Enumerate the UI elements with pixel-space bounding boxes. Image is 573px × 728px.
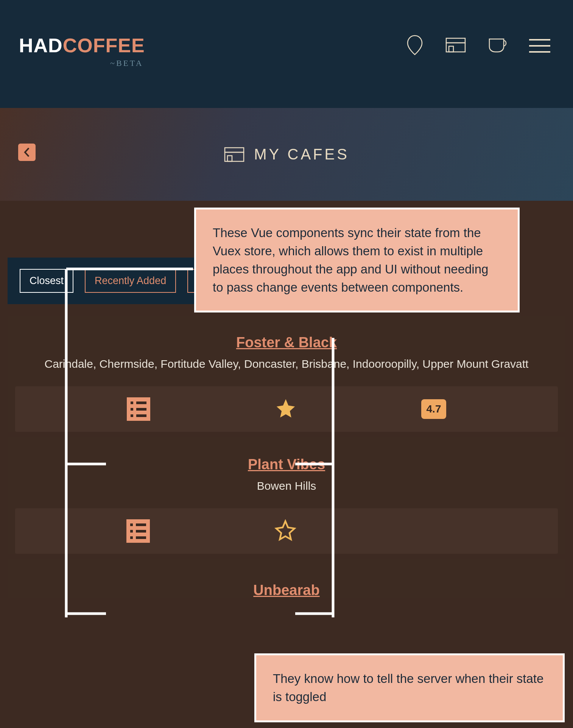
cafe-card: Plant Vibes Bowen Hills [8, 437, 565, 554]
cafe-name-link[interactable]: Plant Vibes [15, 456, 558, 473]
logo-had: HAD [19, 34, 63, 56]
cafe-name-link[interactable]: Unbearab [15, 582, 558, 598]
cafe-card: Unbearab [8, 559, 565, 598]
app-header: HADCOFFEE ~BETA [0, 0, 573, 108]
location-pin-icon[interactable] [405, 34, 424, 58]
main-content: Closest Recently Added Foster & Black Ca… [0, 201, 573, 598]
cafe-actions [15, 508, 558, 554]
page-title-text: MY CAFES [254, 146, 349, 163]
annotation-callout: They know how to tell the server when th… [254, 653, 565, 722]
tab-closest[interactable]: Closest [20, 269, 73, 293]
list-icon[interactable] [126, 519, 150, 543]
logo[interactable]: HADCOFFEE ~BETA [19, 34, 145, 68]
header-icons [405, 34, 550, 58]
page-subheader: MY CAFES [0, 108, 573, 201]
svg-rect-0 [446, 38, 465, 43]
storefront-icon[interactable] [445, 37, 466, 55]
annotation-callout: These Vue components sync their state fr… [194, 208, 520, 312]
logo-text: HADCOFFEE [19, 34, 145, 57]
tab-recently-added[interactable]: Recently Added [85, 269, 176, 293]
coffee-cup-icon[interactable] [487, 37, 508, 55]
star-outline-icon[interactable] [274, 519, 296, 543]
cafe-card: Foster & Black Carindale, Chermside, For… [8, 316, 565, 432]
storefront-icon [224, 147, 245, 162]
rating-badge: 4.7 [421, 399, 447, 419]
star-filled-icon[interactable] [275, 397, 297, 421]
hamburger-menu-icon[interactable] [529, 39, 550, 53]
logo-coffee: COFFEE [63, 34, 145, 56]
cafe-locations: Bowen Hills [15, 480, 558, 492]
svg-rect-2 [449, 46, 453, 52]
cafe-actions: 4.7 [15, 386, 558, 432]
logo-beta: ~BETA [110, 58, 143, 68]
svg-rect-3 [225, 148, 244, 152]
back-button[interactable] [18, 144, 36, 161]
page-title: MY CAFES [224, 146, 349, 163]
cafe-name-link[interactable]: Foster & Black [15, 334, 558, 351]
list-icon[interactable] [127, 397, 150, 421]
svg-rect-5 [227, 156, 232, 161]
cafe-locations: Carindale, Chermside, Fortitude Valley, … [15, 358, 558, 370]
